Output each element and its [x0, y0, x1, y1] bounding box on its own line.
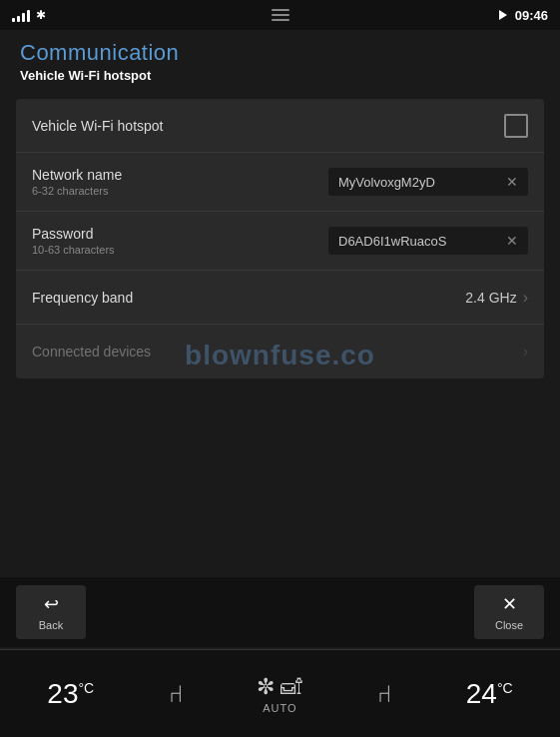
connected-devices-row: Connected devices › [16, 325, 544, 378]
page-title: Communication [20, 40, 540, 66]
password-input[interactable]: D6AD6I1wRuacoS ✕ [328, 227, 528, 255]
network-name-input[interactable]: MyVolvoxgM2yD ✕ [328, 168, 528, 196]
clock: 09:46 [515, 8, 548, 23]
bluetooth-icon: ✱ [36, 8, 46, 22]
close-label: Close [495, 619, 523, 631]
wifi-hotspot-label: Vehicle Wi-Fi hotspot [32, 118, 504, 134]
settings-card: Vehicle Wi-Fi hotspot Network name 6-32 … [16, 99, 544, 378]
right-temperature: 24°C [466, 678, 513, 710]
action-bar: ↩ Back ✕ Close [0, 577, 560, 647]
menu-icon [272, 9, 289, 21]
seat-right-icon: ⑁ [377, 680, 391, 708]
play-icon [499, 10, 507, 20]
back-icon: ↩ [44, 593, 59, 615]
network-name-label: Network name 6-32 characters [32, 167, 328, 197]
page-subtitle: Vehicle Wi-Fi hotspot [20, 68, 540, 83]
wifi-hotspot-checkbox[interactable] [504, 114, 528, 138]
seat-left-icon: ⑁ [169, 680, 183, 708]
signal-icon [12, 8, 30, 22]
network-name-row[interactable]: Network name 6-32 characters MyVolvoxgM2… [16, 153, 544, 212]
climate-bar: 23°C ⑁ ✼ 🛋 AUTO ⑁ 24°C [0, 649, 560, 737]
close-icon: ✕ [502, 593, 517, 615]
page-header: Communication Vehicle Wi-Fi hotspot [0, 30, 560, 91]
frequency-band-value: 2.4 GHz [465, 290, 516, 306]
fan-icon: ✼ [257, 674, 275, 700]
climate-center: ✼ 🛋 AUTO [257, 674, 302, 714]
connected-devices-chevron-icon: › [523, 343, 528, 361]
password-label: Password 10-63 characters [32, 226, 328, 256]
left-temperature: 23°C [47, 678, 94, 710]
network-name-clear-icon[interactable]: ✕ [506, 174, 518, 190]
back-button[interactable]: ↩ Back [16, 585, 86, 639]
connected-devices-label: Connected devices [32, 344, 523, 360]
password-row[interactable]: Password 10-63 characters D6AD6I1wRuacoS… [16, 212, 544, 271]
frequency-band-row[interactable]: Frequency band 2.4 GHz › [16, 271, 544, 325]
frequency-band-label: Frequency band [32, 290, 465, 306]
auto-label: AUTO [263, 702, 296, 714]
close-button[interactable]: ✕ Close [474, 585, 544, 639]
frequency-band-chevron-icon: › [523, 289, 528, 307]
status-left: ✱ [12, 8, 46, 22]
back-label: Back [39, 619, 63, 631]
password-clear-icon[interactable]: ✕ [506, 233, 518, 249]
status-bar: ✱ 09:46 [0, 0, 560, 30]
recline-icon: 🛋 [280, 674, 302, 700]
wifi-hotspot-row[interactable]: Vehicle Wi-Fi hotspot [16, 99, 544, 153]
status-right: 09:46 [499, 8, 548, 23]
